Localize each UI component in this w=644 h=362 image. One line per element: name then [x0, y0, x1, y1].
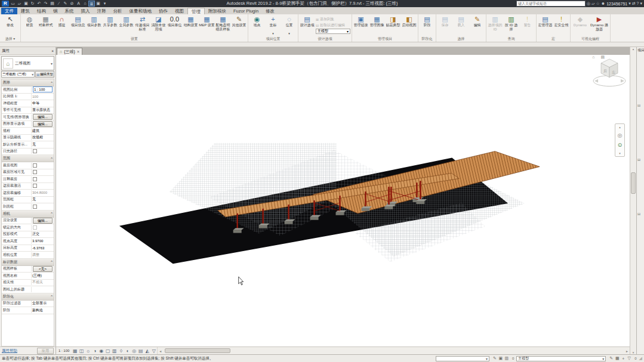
viewcube-left-face-label[interactable]: 左: [612, 70, 615, 74]
canvas-corner-icons[interactable]: ⌂ ▤: [592, 55, 607, 60]
collapse-icon[interactable]: ^: [51, 260, 53, 264]
horizontal-scroll-track[interactable]: [163, 348, 624, 353]
redo-icon[interactable]: ↷: [42, 1, 49, 7]
resize-grip[interactable]: ◢: [639, 356, 642, 361]
project-browser-sliver[interactable]: 项目浏览器 ⊟ ⊟ ⊟: [636, 47, 644, 354]
tab-附加模块[interactable]: 附加模块: [205, 8, 230, 14]
ribbon-button-共享参数[interactable]: ▥共享参数: [102, 15, 118, 36]
tree-node-icon[interactable]: ⊟: [637, 212, 644, 216]
panel-label-阶段化[interactable]: 阶段化: [419, 36, 435, 42]
tab-建筑[interactable]: 建筑: [17, 8, 33, 14]
chevron-down-icon[interactable]: ▾: [51, 61, 53, 66]
filter-icon[interactable]: ▽: [626, 356, 632, 361]
ribbon-button-传递项目标准[interactable]: ⇄传递项目标准: [134, 15, 150, 36]
tree-node-icon[interactable]: ⊟: [637, 157, 644, 162]
drawing-area[interactable]: 后 左 ⌂ ▤ ▴ ◎ ⊙ ▾: [56, 55, 630, 346]
design-options-icon[interactable]: ▥: [504, 356, 510, 361]
checkbox[interactable]: [33, 184, 37, 188]
ribbon-mini-拾取以进行编辑[interactable]: ⊟拾取以进行编辑: [316, 23, 350, 28]
ribbon-button-捕捉[interactable]: ∩捕捉: [54, 15, 70, 36]
apply-button[interactable]: 应用: [37, 348, 54, 354]
navbar-expand-bottom-icon[interactable]: ▾: [619, 151, 621, 155]
reveal-constraints-icon[interactable]: ▽: [150, 348, 157, 354]
exchange-apps-icon[interactable]: ⇄: [632, 1, 636, 7]
editable-only-icon[interactable]: ✎: [608, 356, 614, 361]
ribbon-button-宏管理器[interactable]: ▤宏管理器: [537, 15, 553, 36]
ribbon-button-结构设置[interactable]: ▦结构设置: [183, 15, 199, 36]
press-drag-icon[interactable]: +: [620, 357, 626, 361]
tab-钢[interactable]: 钢: [50, 8, 61, 14]
ribbon-button-配电盘明细表样板[interactable]: ▦配电盘明细表样板: [215, 15, 231, 36]
close-icon[interactable]: ×: [77, 49, 79, 54]
scroll-down-icon[interactable]: ▾: [630, 351, 636, 354]
tab-系统[interactable]: 系统: [61, 8, 78, 14]
properties-help-link[interactable]: 属性帮助: [2, 348, 17, 354]
collapse-icon[interactable]: ^: [51, 157, 53, 160]
tab-体量和场地[interactable]: 体量和场地: [126, 8, 156, 14]
ribbon-button-材质[interactable]: ◍材质: [21, 15, 38, 36]
lock-3d-view-icon[interactable]: ◊: [118, 348, 124, 354]
ribbon-button-载入[interactable]: ▤载入: [453, 15, 469, 36]
ribbon-button-贴花类型[interactable]: ◨贴花类型: [385, 15, 401, 36]
vertical-scrollbar[interactable]: ▴ ▾: [630, 47, 636, 354]
visual-style-icon[interactable]: ◫: [78, 348, 85, 354]
collapse-icon[interactable]: ^: [51, 81, 53, 85]
steering-wheel-icon[interactable]: ◎: [618, 132, 623, 138]
ribbon-button-修改[interactable]: ↖修改: [1, 15, 20, 36]
ribbon-button-选择项的 ID[interactable]: ▥选择项的 ID: [487, 15, 503, 36]
text-icon[interactable]: A: [75, 1, 82, 7]
switch-windows-icon[interactable]: ▣: [95, 1, 101, 7]
panel-label-宏[interactable]: 宏: [537, 36, 569, 42]
search-input[interactable]: [516, 1, 586, 7]
ribbon-button-位置[interactable]: ◌位置▾: [281, 15, 297, 36]
tree-node-icon[interactable]: ⊟: [637, 103, 644, 107]
reveal-hidden-elements-icon[interactable]: ◎: [131, 348, 137, 354]
checkbox[interactable]: [33, 225, 37, 230]
panel-label-选择[interactable]: 选择 ▾: [1, 36, 20, 42]
type-selector[interactable]: ⌂ 三维视图 ▾: [1, 56, 54, 70]
section-icon[interactable]: ⊘: [69, 1, 75, 7]
detail-level-icon[interactable]: ▦: [72, 348, 78, 354]
temporary-view-properties-icon[interactable]: ▤: [137, 348, 144, 354]
open-icon[interactable]: ▱: [16, 1, 23, 7]
collapse-icon[interactable]: ^: [51, 212, 53, 215]
design-options-dropdown[interactable]: 主模型 ▾: [516, 356, 606, 361]
tab-插入[interactable]: 插入: [78, 8, 94, 14]
tab-Fuzor Plugin[interactable]: Fuzor Plugin: [230, 8, 262, 14]
edit-type-button[interactable]: ▤ 编辑类型: [35, 71, 54, 78]
edit-button[interactable]: <无>: [33, 266, 53, 272]
active-design-option-dropdown[interactable]: 主模型▾: [316, 29, 350, 34]
temporary-hide-isolate-icon[interactable]: ◐: [124, 348, 131, 354]
edit-button[interactable]: 编辑...: [33, 121, 53, 127]
checkbox[interactable]: [33, 170, 37, 174]
close-icon[interactable]: ×: [51, 49, 54, 53]
tab-结构[interactable]: 结构: [33, 8, 50, 14]
ribbon-button-启动视图[interactable]: ◧启动视图: [401, 15, 417, 36]
crop-view-icon[interactable]: ▢: [104, 348, 111, 354]
navbar-expand-top-icon[interactable]: ▴: [619, 125, 621, 129]
ribbon-button-全局参数[interactable]: ▥全局参数: [118, 15, 134, 36]
ribbon-button-设计选项[interactable]: ▤设计选项: [299, 15, 315, 36]
aligned-dimension-icon[interactable]: ✎: [62, 1, 69, 7]
ribbon-button-项目信息[interactable]: ▤项目信息: [70, 15, 86, 36]
worksharing-display-icon[interactable]: ▣: [498, 356, 504, 361]
exclude-options-icon[interactable]: ▦: [614, 356, 620, 361]
vertical-scroll-thumb[interactable]: [631, 172, 636, 194]
editing-requests-icon[interactable]: ✎: [492, 356, 498, 361]
ribbon-button-项目单位[interactable]: 0.0项目单位: [167, 15, 183, 36]
rendering-dialog-icon[interactable]: ◉: [98, 348, 104, 354]
tab-分析[interactable]: 分析: [110, 8, 126, 14]
tab-管理[interactable]: 管理: [187, 8, 205, 14]
viewcube[interactable]: 后 左: [593, 59, 625, 86]
viewcube-back-face-label[interactable]: 后: [603, 69, 607, 73]
show-analytical-model-icon[interactable]: ◭: [144, 348, 150, 354]
undo-icon[interactable]: ↶: [36, 1, 42, 7]
ribbon-mini-添加到集[interactable]: ⊞添加到集: [316, 17, 350, 22]
measure-icon[interactable]: ∕: [56, 1, 62, 7]
panel-label-可视化编程[interactable]: 可视化编程: [571, 36, 609, 42]
horizontal-scroll-thumb[interactable]: [165, 348, 230, 353]
ribbon-button-对象样式[interactable]: ▦对象样式: [38, 15, 54, 36]
section-header-相机[interactable]: 相机^: [2, 211, 54, 218]
ribbon-button-警告[interactable]: !警告: [519, 15, 535, 36]
revit-logo[interactable]: R: [2, 1, 9, 7]
